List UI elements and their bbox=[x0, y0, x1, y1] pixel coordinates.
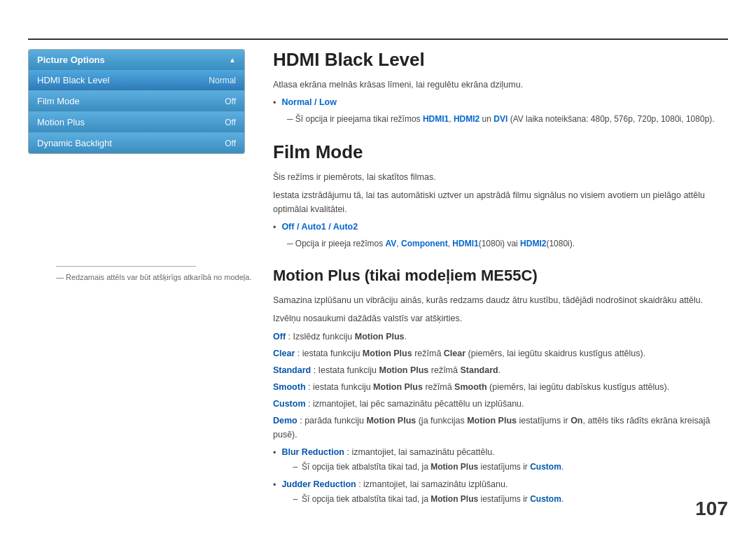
motion-off-line: Off : Izslēdz funkciju Motion Plus. bbox=[273, 330, 728, 344]
menu-header: Picture Options ▲ bbox=[29, 50, 244, 70]
film-option-text: Off / Auto1 / Auto2 bbox=[281, 220, 358, 234]
hdmi-black-level-title: HDMI Black Level bbox=[273, 49, 728, 71]
menu-item-film-label: Film Mode bbox=[37, 96, 80, 106]
picture-options-menu: Picture Options ▲ HDMI Black Level Norma… bbox=[28, 49, 245, 154]
blur-sub: – Šī opcija tiek atbalstīta tikai tad, j… bbox=[281, 461, 564, 474]
menu-item-film-value: Off bbox=[225, 97, 236, 106]
menu-item-hdmi-label: HDMI Black Level bbox=[37, 75, 109, 85]
section-film-mode: Film Mode Šis režīms ir piemērots, lai s… bbox=[273, 141, 728, 251]
blur-reduction-item: • Blur Reduction : izmantojiet, lai sama… bbox=[273, 446, 728, 475]
motion-desc-1: Samazina izplūšanu un vibrāciju ainās, k… bbox=[273, 293, 728, 307]
film-dash-note: Opcija ir pieeja režīmos AV, Component, … bbox=[273, 237, 728, 251]
film-bullet-1: • Off / Auto1 / Auto2 bbox=[273, 220, 728, 234]
hdmi-option-text: Normal / Low bbox=[281, 96, 336, 109]
menu-item-film[interactable]: Film Mode Off bbox=[29, 90, 244, 111]
motion-standard-line: Standard : Iestata funkciju Motion Plus … bbox=[273, 363, 728, 377]
menu-item-hdmi-value: Normal bbox=[209, 76, 236, 85]
motion-demo-line: Demo : parāda funkciju Motion Plus (ja f… bbox=[273, 414, 728, 442]
menu-item-dynamic-label: Dynamic Backlight bbox=[37, 138, 112, 148]
motion-smooth-line: Smooth : iestata funkciju Motion Plus re… bbox=[273, 380, 728, 394]
hdmi-desc: Atlasa ekrāna melnās krāsas līmeni, lai … bbox=[273, 78, 728, 92]
menu-item-motion-value: Off bbox=[225, 118, 236, 127]
menu-header-arrow: ▲ bbox=[229, 56, 236, 64]
film-desc-2: Iestata izstrādājumu tā, lai tas automāt… bbox=[273, 188, 728, 216]
menu-header-label: Picture Options bbox=[37, 55, 105, 65]
menu-item-dynamic-value: Off bbox=[225, 139, 236, 148]
menu-item-motion[interactable]: Motion Plus Off bbox=[29, 111, 244, 132]
film-desc-1: Šis režīms ir piemērots, lai skatītos fi… bbox=[273, 170, 728, 184]
menu-item-motion-label: Motion Plus bbox=[37, 117, 85, 127]
main-content: HDMI Black Level Atlasa ekrāna melnās kr… bbox=[273, 49, 728, 506]
section-motion-plus: Motion Plus (tikai modeļiem ME55C) Samaz… bbox=[273, 266, 728, 506]
motion-custom-line: Custom : izmantojiet, lai pēc samazinātu… bbox=[273, 397, 728, 411]
judder-bullet: • bbox=[273, 479, 276, 492]
judder-sub: – Šī opcija tiek atbalstīta tikai tad, j… bbox=[281, 493, 564, 506]
page-number: 107 bbox=[695, 498, 728, 520]
menu-item-dynamic[interactable]: Dynamic Backlight Off bbox=[29, 132, 244, 153]
left-panel: Picture Options ▲ HDMI Black Level Norma… bbox=[28, 49, 245, 154]
motion-plus-title: Motion Plus (tikai modeļiem ME55C) bbox=[273, 266, 728, 286]
menu-item-hdmi[interactable]: HDMI Black Level Normal bbox=[29, 70, 244, 90]
motion-clear-line: Clear : iestata funkciju Motion Plus rež… bbox=[273, 346, 728, 360]
film-mode-title: Film Mode bbox=[273, 141, 728, 163]
hdmi-dash-note: Šī opcija ir pieejama tikai režīmos HDMI… bbox=[273, 113, 728, 126]
judder-reduction-item: • Judder Reduction : izmantojiet, lai sa… bbox=[273, 478, 728, 506]
hdmi-bullet-1: • Normal / Low bbox=[273, 96, 728, 110]
section-hdmi-black-level: HDMI Black Level Atlasa ekrāna melnās kr… bbox=[273, 49, 728, 126]
motion-desc-2: Izvēlņu nosaukumi dažādās valstīs var at… bbox=[273, 311, 728, 325]
blur-bullet: • bbox=[273, 447, 276, 460]
top-divider bbox=[28, 38, 728, 40]
film-bullet-dot: • bbox=[273, 221, 276, 234]
note-divider bbox=[56, 266, 196, 267]
bullet-dot: • bbox=[273, 97, 276, 110]
note-text: ― Redzamais attēls var būt atšķirīgs atk… bbox=[56, 273, 259, 281]
